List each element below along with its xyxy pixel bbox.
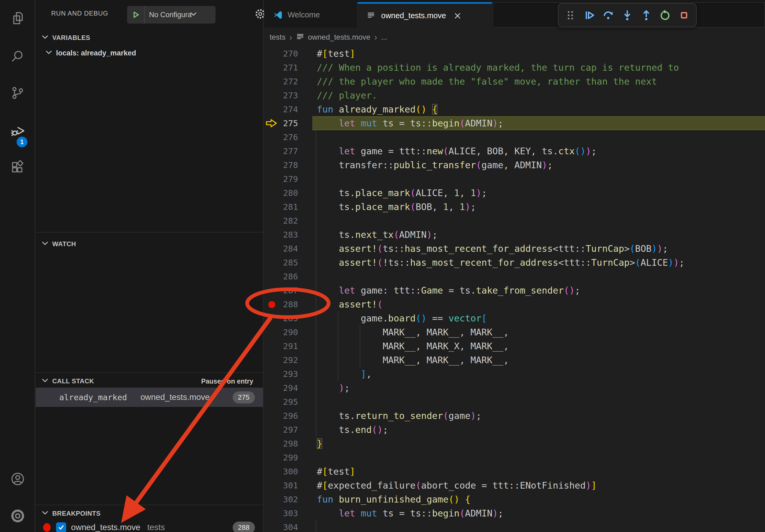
- code-line-274[interactable]: 274fun already_marked() {: [264, 102, 765, 116]
- restart-button[interactable]: [657, 7, 673, 24]
- stop-button[interactable]: [676, 7, 692, 24]
- call-stack-frame-row[interactable]: already_marked owned_tests.move 275: [36, 388, 263, 407]
- line-number[interactable]: 304: [264, 520, 298, 532]
- settings-gear-icon[interactable]: [0, 497, 35, 532]
- tab-owned-tests[interactable]: owned_tests.move: [358, 2, 492, 28]
- section-header-watch[interactable]: WATCH: [36, 236, 263, 252]
- line-number[interactable]: 274: [264, 102, 298, 116]
- line-number[interactable]: 302: [264, 492, 298, 506]
- line-number[interactable]: 272: [264, 75, 298, 89]
- line-number[interactable]: 296: [264, 409, 298, 423]
- code-line-279[interactable]: 279: [264, 172, 765, 186]
- code-line-286[interactable]: 286: [264, 269, 765, 283]
- code-line-278[interactable]: 278 transfer::public_transfer(game, ADMI…: [264, 158, 765, 172]
- section-header-variables[interactable]: VARIABLES: [36, 30, 263, 46]
- step-into-button[interactable]: [619, 7, 635, 24]
- line-number[interactable]: 301: [264, 478, 298, 492]
- run-and-debug-icon[interactable]: 1: [0, 112, 35, 149]
- code-line-277[interactable]: 277 let game = ttt::new(ALICE, BOB, KEY,…: [264, 144, 765, 158]
- line-number[interactable]: 280: [264, 186, 298, 200]
- breakpoint-list-item[interactable]: owned_tests.move tests 288: [36, 519, 263, 532]
- code-line-290[interactable]: 290 MARK__, MARK__, MARK__,: [264, 325, 765, 339]
- source-control-icon[interactable]: [0, 75, 35, 112]
- explorer-icon[interactable]: [0, 0, 35, 37]
- extensions-icon[interactable]: [0, 149, 35, 186]
- code-line-283[interactable]: 283 ts.next_tx(ADMIN);: [264, 228, 765, 242]
- code-line-275[interactable]: 275 let mut ts = ts::begin(ADMIN);: [264, 116, 765, 130]
- code-line-293[interactable]: 293 ],: [264, 367, 765, 381]
- line-number[interactable]: 273: [264, 89, 298, 102]
- chevron-down-icon: [42, 35, 49, 41]
- line-number[interactable]: 289: [264, 311, 298, 325]
- line-number[interactable]: 282: [264, 214, 298, 228]
- code-line-272[interactable]: 272/// the player who made the "false" m…: [264, 75, 765, 89]
- close-icon[interactable]: [453, 11, 462, 20]
- code-line-294[interactable]: 294 );: [264, 381, 765, 395]
- code-line-276[interactable]: 276: [264, 130, 765, 144]
- code-line-270[interactable]: 270#[test]: [264, 47, 765, 61]
- code-line-302[interactable]: 302fun burn_unfinished_game() {: [264, 492, 765, 506]
- breakpoint-gutter-dot[interactable]: [268, 301, 275, 308]
- code-line-295[interactable]: 295: [264, 395, 765, 409]
- start-debugging-button[interactable]: [127, 6, 145, 24]
- line-number[interactable]: 300: [264, 464, 298, 478]
- toolbar-drag-grip-icon[interactable]: [562, 7, 579, 24]
- step-out-button[interactable]: [638, 7, 655, 24]
- code-line-292[interactable]: 292 MARK__, MARK__, MARK__,: [264, 353, 765, 367]
- code-line-304[interactable]: 304: [264, 520, 765, 532]
- line-number[interactable]: 295: [264, 395, 298, 409]
- code-line-303[interactable]: 303 let mut ts = ts::begin(ADMIN);: [264, 506, 765, 520]
- tab-welcome[interactable]: Welcome: [264, 2, 358, 28]
- line-number[interactable]: 297: [264, 423, 298, 437]
- search-icon[interactable]: [0, 38, 35, 75]
- variables-scope-row[interactable]: locals: already_marked: [36, 46, 263, 61]
- breadcrumb-item[interactable]: ...: [381, 33, 387, 42]
- code-line-301[interactable]: 301#[expected_failure(abort_code = ttt::…: [264, 478, 765, 492]
- code-line-291[interactable]: 291 MARK__, MARK_X, MARK__,: [264, 339, 765, 353]
- code-line-282[interactable]: 282: [264, 214, 765, 228]
- line-number[interactable]: 293: [264, 367, 298, 381]
- breadcrumb-item[interactable]: tests: [270, 33, 286, 42]
- code-line-271[interactable]: 271/// When a position is already marked…: [264, 61, 765, 75]
- line-number[interactable]: 277: [264, 144, 298, 158]
- code-line-285[interactable]: 285 assert!(!ts::has_most_recent_for_add…: [264, 256, 765, 269]
- line-number[interactable]: 298: [264, 437, 298, 450]
- code-line-288[interactable]: 288 assert!(: [264, 297, 765, 311]
- line-number[interactable]: 299: [264, 450, 298, 464]
- launch-configuration-control[interactable]: No Configura: [127, 6, 216, 24]
- line-number[interactable]: 286: [264, 269, 298, 283]
- account-icon[interactable]: [0, 460, 35, 497]
- continue-button[interactable]: [581, 7, 598, 24]
- code-line-297[interactable]: 297 ts.end();: [264, 423, 765, 437]
- code-line-289[interactable]: 289 game.board() == vector[: [264, 311, 765, 325]
- step-over-button[interactable]: [600, 7, 616, 24]
- line-number[interactable]: 283: [264, 228, 298, 242]
- line-number[interactable]: 281: [264, 200, 298, 214]
- code-line-296[interactable]: 296 ts.return_to_sender(game);: [264, 409, 765, 423]
- code-line-284[interactable]: 284 assert!(ts::has_most_recent_for_addr…: [264, 242, 765, 256]
- breakpoint-checkbox[interactable]: [56, 522, 66, 532]
- line-number[interactable]: 291: [264, 339, 298, 353]
- line-number[interactable]: 279: [264, 172, 298, 186]
- line-number[interactable]: 270: [264, 47, 298, 61]
- code-line-281[interactable]: 281 ts.place_mark(BOB, 1, 1);: [264, 200, 765, 214]
- code-line-280[interactable]: 280 ts.place_mark(ALICE, 1, 1);: [264, 186, 765, 200]
- line-number[interactable]: 294: [264, 381, 298, 395]
- line-number[interactable]: 287: [264, 283, 298, 297]
- code-line-300[interactable]: 300#[test]: [264, 464, 765, 478]
- line-number[interactable]: 292: [264, 353, 298, 367]
- line-number[interactable]: 271: [264, 61, 298, 75]
- code-editor[interactable]: 270#[test]271/// When a position is alre…: [264, 47, 765, 532]
- configuration-dropdown[interactable]: No Configura: [145, 11, 192, 19]
- line-number[interactable]: 290: [264, 325, 298, 339]
- code-line-287[interactable]: 287 let game: ttt::Game = ts.take_from_s…: [264, 283, 765, 297]
- code-line-273[interactable]: 273/// player.: [264, 89, 765, 102]
- code-line-298[interactable]: 298}: [264, 437, 765, 450]
- line-number[interactable]: 303: [264, 506, 298, 520]
- line-number[interactable]: 285: [264, 256, 298, 269]
- line-number[interactable]: 276: [264, 130, 298, 144]
- code-line-299[interactable]: 299: [264, 450, 765, 464]
- line-number[interactable]: 278: [264, 158, 298, 172]
- line-number[interactable]: 284: [264, 242, 298, 256]
- breadcrumb-item[interactable]: owned_tests.move: [308, 33, 370, 42]
